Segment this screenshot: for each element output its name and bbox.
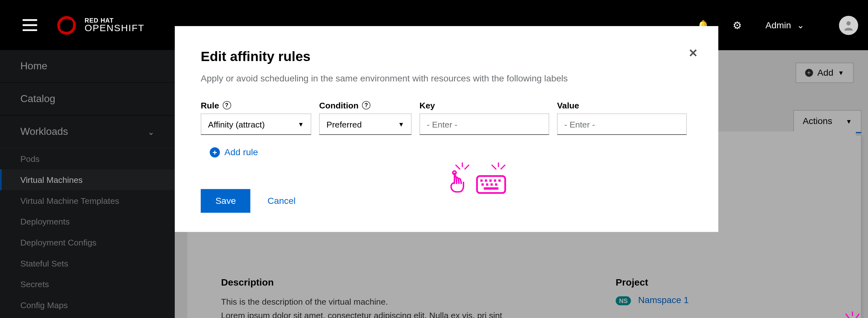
logo-product: OPENSHIFT bbox=[85, 22, 145, 33]
user-menu[interactable]: Admin ⌄ bbox=[765, 20, 804, 31]
svg-rect-12 bbox=[489, 179, 492, 181]
caret-down-icon: ▼ bbox=[846, 118, 852, 125]
caret-down-icon: ▼ bbox=[398, 121, 404, 127]
key-input[interactable]: - Enter - bbox=[420, 114, 549, 135]
logo[interactable]: RED HAT OPENSHIFT bbox=[56, 15, 144, 35]
description-text-1: This is the description of the virtual m… bbox=[221, 295, 515, 309]
actions-label: Actions bbox=[803, 116, 832, 126]
save-button[interactable]: Save bbox=[201, 189, 251, 213]
svg-rect-14 bbox=[498, 179, 501, 181]
rule-label: Rule? bbox=[201, 100, 311, 110]
help-icon[interactable]: ? bbox=[222, 101, 231, 110]
description-text-2: Lorem ipsum dolor sit amet, consectetur … bbox=[221, 309, 515, 318]
chevron-down-icon: ⌄ bbox=[797, 20, 804, 31]
sidebar-item-deployment-configs[interactable]: Deployment Configs bbox=[0, 232, 175, 253]
condition-label: Condition? bbox=[319, 100, 411, 110]
add-label: Add bbox=[817, 68, 834, 78]
user-name: Admin bbox=[765, 20, 791, 30]
openshift-logo-icon bbox=[56, 15, 76, 35]
sidebar-item-home[interactable]: Home bbox=[0, 50, 175, 83]
condition-select[interactable]: Preferred▼ bbox=[319, 114, 411, 135]
sidebar: Home Catalog Workloads ⌄ Pods Virtual Ma… bbox=[0, 50, 175, 318]
svg-rect-15 bbox=[482, 183, 484, 186]
key-label: Key bbox=[420, 100, 549, 110]
sidebar-item-deployments[interactable]: Deployments bbox=[0, 211, 175, 232]
caret-down-icon: ▼ bbox=[838, 69, 844, 76]
hamburger-menu-icon[interactable] bbox=[23, 19, 37, 31]
sidebar-item-pods[interactable]: Pods bbox=[0, 148, 175, 170]
help-icon[interactable]: ? bbox=[362, 101, 370, 110]
add-rule-button[interactable]: + Add rule bbox=[210, 147, 692, 157]
plus-circle-icon: + bbox=[805, 69, 813, 77]
add-button[interactable]: + Add ▼ bbox=[795, 63, 854, 83]
person-icon bbox=[842, 19, 855, 31]
modal-subtitle: Apply or avoid schedueling in the same e… bbox=[201, 74, 692, 84]
svg-line-5 bbox=[492, 165, 496, 169]
modal-title: Edit affinity rules bbox=[201, 49, 692, 64]
value-input[interactable]: - Enter - bbox=[557, 114, 687, 135]
plus-circle-icon: + bbox=[210, 147, 220, 157]
svg-rect-16 bbox=[486, 183, 488, 186]
close-icon[interactable]: ✕ bbox=[688, 47, 698, 60]
sidebar-item-vm-templates[interactable]: Virtual Machine Templates bbox=[0, 190, 175, 211]
edit-affinity-modal: ✕ Edit affinity rules Apply or avoid sch… bbox=[175, 26, 718, 232]
project-heading: Project bbox=[616, 277, 689, 288]
chevron-down-icon: ⌄ bbox=[148, 127, 154, 136]
svg-rect-10 bbox=[480, 179, 483, 181]
svg-rect-13 bbox=[494, 179, 496, 181]
svg-rect-8 bbox=[453, 171, 456, 175]
svg-rect-18 bbox=[495, 183, 497, 186]
sidebar-item-stateful-sets[interactable]: Stateful Sets bbox=[0, 253, 175, 274]
sidebar-item-virtual-machines[interactable]: Virtual Machines bbox=[0, 169, 175, 190]
sidebar-item-config-maps[interactable]: Config Maps bbox=[0, 294, 175, 315]
sidebar-item-secrets[interactable]: Secrets bbox=[0, 274, 175, 295]
sidebar-item-catalog[interactable]: Catalog bbox=[0, 83, 175, 116]
actions-button[interactable]: Actions ▼ bbox=[793, 110, 861, 133]
gear-icon[interactable]: ⚙ bbox=[733, 19, 742, 31]
value-label: Value bbox=[557, 100, 687, 110]
cancel-button[interactable]: Cancel bbox=[268, 196, 296, 206]
rule-select[interactable]: Affinity (attract)▼ bbox=[201, 114, 311, 135]
namespace-badge: NS bbox=[616, 296, 631, 305]
avatar[interactable] bbox=[839, 16, 858, 35]
svg-line-3 bbox=[465, 165, 469, 169]
svg-rect-11 bbox=[485, 179, 487, 181]
svg-line-6 bbox=[501, 165, 505, 169]
annotation-spark-icon bbox=[488, 162, 513, 178]
svg-line-2 bbox=[456, 165, 460, 169]
annotation-spark-icon bbox=[452, 162, 477, 178]
svg-point-1 bbox=[846, 21, 850, 25]
description-heading: Description bbox=[221, 277, 515, 288]
namespace-link[interactable]: Namspace 1 bbox=[638, 295, 688, 305]
caret-down-icon: ▼ bbox=[298, 121, 304, 127]
svg-rect-17 bbox=[491, 183, 493, 186]
sidebar-item-workloads[interactable]: Workloads ⌄ bbox=[0, 116, 175, 148]
